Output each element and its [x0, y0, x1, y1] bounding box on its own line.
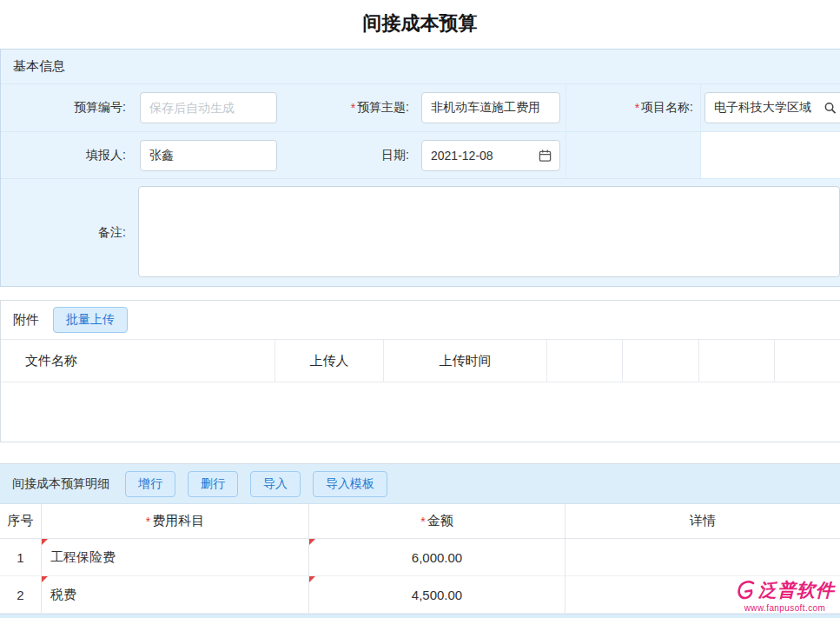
- budget-no-input[interactable]: [140, 92, 277, 123]
- filler-input[interactable]: [140, 140, 277, 171]
- col-expense-subject-text: 费用科目: [152, 513, 204, 529]
- detail-section-title: 间接成本预算明细: [12, 476, 109, 492]
- basic-info-panel: 基本信息 预算编号: * 预算主题: * 项目名称:: [0, 49, 840, 287]
- search-icon[interactable]: [823, 102, 837, 115]
- col-uploader: 上传人: [274, 340, 383, 382]
- add-row-button[interactable]: 增行: [125, 471, 175, 497]
- cell-modified-marker: [309, 539, 315, 545]
- expense-subject-cell[interactable]: 税费: [41, 576, 308, 613]
- next-row-partial: [0, 614, 840, 618]
- required-marker: *: [351, 101, 355, 115]
- expense-subject-value: 工程保险费: [50, 549, 116, 566]
- col-upload-time: 上传时间: [383, 340, 546, 382]
- col-empty-3: [698, 340, 774, 382]
- page-title: 间接成本预算: [0, 0, 840, 49]
- budget-no-cell: [133, 84, 283, 131]
- date-label: 日期:: [283, 132, 416, 178]
- subject-cell: [416, 84, 566, 131]
- basic-info-section-title: 基本信息: [1, 50, 840, 84]
- amount-value: 4,500.00: [412, 588, 462, 602]
- detail-table-header: 序号 * 费用科目 * 金额 详情: [0, 504, 840, 539]
- watermark-brand-row: 泛普软件: [735, 578, 835, 602]
- detail-toolbar: 间接成本预算明细 增行 删行 导入 导入模板: [0, 464, 840, 504]
- required-marker: *: [635, 101, 639, 115]
- expense-subject-cell[interactable]: 工程保险费: [41, 539, 308, 575]
- attachments-header: 附件 批量上传: [1, 301, 840, 339]
- amount-cell[interactable]: 6,000.00: [308, 539, 565, 575]
- col-amount-text: 金额: [427, 513, 453, 529]
- attachments-section-title: 附件: [13, 312, 39, 329]
- attachments-panel: 附件 批量上传 文件名称 上传人 上传时间: [0, 300, 840, 442]
- cell-modified-marker: [42, 576, 48, 582]
- attachments-table-header: 文件名称 上传人 上传时间: [1, 339, 840, 382]
- date-cell: [416, 132, 566, 178]
- project-cell: [700, 84, 840, 131]
- empty-field-cell: [700, 132, 840, 178]
- remark-cell: [133, 179, 840, 286]
- watermark: 泛普软件 www.fanpusoft.com: [735, 578, 835, 613]
- remark-label: 备注:: [1, 179, 133, 286]
- row-seq: 1: [0, 539, 41, 575]
- col-file-name: 文件名称: [1, 340, 274, 382]
- import-template-button[interactable]: 导入模板: [313, 471, 387, 497]
- col-detail: 详情: [565, 504, 840, 538]
- amount-cell[interactable]: 4,500.00: [308, 576, 565, 613]
- required-marker: *: [146, 515, 150, 528]
- detail-row-2: 2 税费 4,500.00: [0, 576, 840, 614]
- budget-no-label: 预算编号:: [1, 84, 133, 131]
- filler-label: 填报人:: [1, 132, 133, 178]
- col-empty-4: [774, 340, 840, 382]
- project-label-text: 项目名称:: [641, 100, 693, 116]
- delete-row-button[interactable]: 删行: [188, 471, 238, 497]
- page: 间接成本预算 基本信息 预算编号: * 预算主题: * 项目名称:: [0, 0, 840, 618]
- col-empty-1: [546, 340, 622, 382]
- remark-textarea[interactable]: [138, 186, 840, 277]
- col-amount: * 金额: [308, 504, 565, 538]
- col-seq: 序号: [0, 504, 41, 538]
- subject-label: * 预算主题:: [283, 84, 416, 131]
- detail-cell: [565, 539, 840, 575]
- subject-label-text: 预算主题:: [357, 100, 409, 116]
- batch-upload-button[interactable]: 批量上传: [53, 307, 128, 333]
- attachments-empty-body: [1, 382, 840, 442]
- calendar-icon[interactable]: [539, 149, 552, 162]
- subject-input[interactable]: [421, 92, 560, 123]
- project-label: * 项目名称:: [566, 84, 700, 131]
- date-input-wrap: [421, 140, 560, 171]
- cell-modified-marker: [42, 539, 48, 545]
- col-empty-2: [622, 340, 698, 382]
- detail-panel: 间接成本预算明细 增行 删行 导入 导入模板 序号 * 费用科目 * 金额 详情…: [0, 463, 840, 618]
- basic-row-remark: 备注:: [1, 178, 840, 286]
- watermark-brand-text: 泛普软件: [758, 578, 835, 602]
- row-seq: 2: [0, 576, 41, 613]
- filler-cell: [133, 132, 283, 178]
- watermark-site-text: www.fanpusoft.com: [735, 603, 835, 613]
- import-button[interactable]: 导入: [250, 471, 301, 497]
- project-input-wrap: [704, 92, 840, 123]
- cell-modified-marker: [309, 576, 315, 582]
- required-marker: *: [420, 515, 425, 528]
- empty-label-cell: [566, 132, 700, 178]
- col-expense-subject: * 费用科目: [41, 504, 308, 538]
- amount-value: 6,000.00: [412, 550, 462, 565]
- detail-row-1: 1 工程保险费 6,000.00: [0, 539, 840, 576]
- project-name-input[interactable]: [704, 92, 840, 123]
- expense-subject-value: 税费: [50, 587, 76, 603]
- basic-row-2: 填报人: 日期:: [1, 131, 840, 178]
- basic-row-1: 预算编号: * 预算主题: * 项目名称:: [1, 84, 840, 131]
- fanpu-logo-icon: [733, 579, 757, 601]
